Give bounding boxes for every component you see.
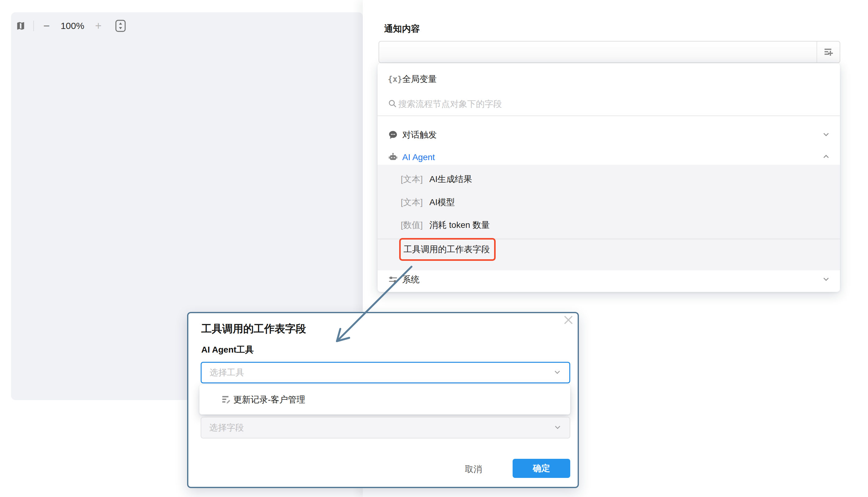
group-label: 对话触发 bbox=[402, 129, 437, 141]
tool-field-label: AI Agent工具 bbox=[201, 344, 254, 356]
panel-title: 通知内容 bbox=[384, 23, 420, 35]
confirm-button[interactable]: 确定 bbox=[513, 459, 570, 478]
notify-content-input[interactable] bbox=[378, 41, 840, 63]
zoom-in-button[interactable]: + bbox=[94, 19, 103, 32]
robot-icon bbox=[388, 152, 401, 162]
tool-select[interactable]: 选择工具 bbox=[201, 362, 570, 383]
global-variable-icon: {x} bbox=[388, 74, 401, 84]
chevron-down-icon bbox=[553, 423, 562, 433]
cancel-button[interactable]: 取消 bbox=[459, 460, 487, 478]
field-item-ai-model[interactable]: [文本] AI模型 bbox=[377, 191, 840, 214]
group-label: AI Agent bbox=[402, 153, 435, 162]
field-select-disabled[interactable]: 选择字段 bbox=[201, 417, 570, 439]
group-system[interactable]: 系统 bbox=[377, 267, 840, 292]
insert-field-button[interactable] bbox=[816, 42, 840, 62]
close-icon[interactable] bbox=[560, 312, 576, 328]
minimap-icon[interactable] bbox=[16, 21, 25, 30]
field-type: [数值] bbox=[401, 219, 423, 231]
field-search-input[interactable]: 搜索流程节点对象下的字段 bbox=[377, 93, 840, 116]
field-label: AI生成结果 bbox=[429, 173, 472, 185]
tool-option-label: 更新记录-客户管理 bbox=[233, 394, 305, 406]
field-item-token-count[interactable]: [数值] 消耗 token 数量 bbox=[377, 214, 840, 237]
chevron-up-icon bbox=[822, 152, 831, 162]
field-label: 消耗 token 数量 bbox=[429, 219, 490, 231]
zoom-level: 100% bbox=[59, 20, 86, 31]
insert-field-icon bbox=[823, 46, 834, 58]
chat-bubble-icon bbox=[388, 130, 401, 140]
highlight-annotation-box bbox=[399, 238, 496, 261]
field-type: [文本] bbox=[401, 197, 423, 208]
field-label: AI模型 bbox=[429, 197, 455, 208]
sliders-icon bbox=[388, 274, 401, 285]
ai-agent-field-list: [文本] AI生成结果 [文本] AI模型 [数值] 消耗 token 数量 工… bbox=[377, 165, 840, 270]
update-record-icon bbox=[221, 394, 232, 406]
group-dialog-trigger[interactable]: 对话触发 bbox=[377, 123, 840, 147]
search-icon bbox=[388, 99, 397, 109]
global-variable-label: 全局变量 bbox=[402, 73, 437, 85]
zoom-out-button[interactable]: − bbox=[42, 19, 51, 32]
dialog-title: 工具调用的工作表字段 bbox=[201, 322, 306, 336]
field-picker-dropdown: {x} 全局变量 搜索流程节点对象下的字段 对话触发 bbox=[377, 63, 840, 292]
group-label: 系统 bbox=[402, 274, 419, 285]
tool-options-menu: 更新记录-客户管理 bbox=[199, 385, 570, 414]
toolbar-divider bbox=[33, 20, 34, 31]
global-variable-item[interactable]: {x} 全局变量 bbox=[377, 67, 840, 91]
tool-worksheet-fields-dialog: 工具调用的工作表字段 AI Agent工具 选择工具 更新记录-客户管理 选择字… bbox=[187, 312, 579, 488]
field-type: [文本] bbox=[401, 173, 423, 185]
chevron-down-icon bbox=[822, 274, 831, 285]
chevron-down-icon bbox=[553, 367, 562, 378]
fit-view-icon[interactable] bbox=[115, 20, 126, 32]
field-select-placeholder: 选择字段 bbox=[209, 422, 244, 434]
chevron-down-icon bbox=[822, 130, 831, 140]
canvas-toolbar: − 100% + bbox=[16, 19, 126, 33]
field-item-ai-result[interactable]: [文本] AI生成结果 bbox=[377, 168, 840, 190]
search-placeholder: 搜索流程节点对象下的字段 bbox=[398, 98, 502, 110]
tool-option-update-record[interactable]: 更新记录-客户管理 bbox=[199, 385, 570, 414]
tool-select-placeholder: 选择工具 bbox=[210, 367, 244, 379]
